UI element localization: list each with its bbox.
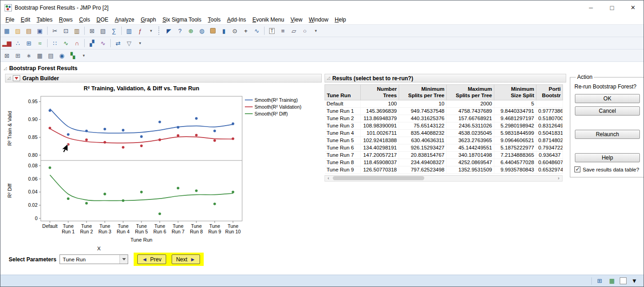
menu-tools[interactable]: Tools — [205, 16, 224, 24]
cursor-tool-icon[interactable]: ◤ — [164, 26, 174, 36]
table-cell[interactable]: 1352.9531509 — [447, 166, 494, 173]
data-point[interactable] — [232, 138, 234, 140]
paste-special-icon[interactable]: ▧ — [98, 26, 108, 36]
data-point[interactable] — [103, 141, 106, 144]
ok-button[interactable]: OK — [575, 94, 640, 103]
table-cell[interactable]: 118.45908037 — [361, 159, 399, 166]
table-cell[interactable]: 145.3696839 — [361, 107, 399, 115]
toolbar-overflow-icon[interactable]: ▾ — [146, 26, 156, 36]
profiler-icon[interactable]: ∿ — [98, 38, 108, 48]
copy-icon[interactable]: ⊡ — [61, 26, 71, 36]
data-point[interactable] — [103, 193, 106, 195]
grid-layout-icon[interactable]: ▦ — [35, 50, 45, 61]
lasso-tool-icon[interactable]: ∿ — [252, 26, 262, 36]
data-point[interactable] — [85, 202, 88, 204]
data-point[interactable] — [85, 138, 88, 141]
table-cell[interactable]: 0.6048607 — [536, 159, 563, 166]
data-point[interactable] — [195, 117, 198, 120]
results-column-header[interactable]: Porti Bootstr — [536, 85, 563, 100]
menu-file[interactable]: File — [2, 16, 17, 24]
table-cell[interactable]: 0.7934722 — [536, 144, 563, 151]
data-point[interactable] — [213, 130, 216, 132]
menu-cols[interactable]: Cols — [76, 16, 93, 24]
relaunch-button[interactable]: Relaunch — [575, 130, 640, 139]
menu-edit[interactable]: Edit — [17, 16, 33, 24]
table-cell[interactable]: 797.62523498 — [399, 166, 447, 173]
menu-graph[interactable]: Graph — [138, 16, 159, 24]
table-cell[interactable]: 926.15293427 — [399, 144, 447, 151]
fit-model-icon[interactable]: ≈ — [35, 38, 45, 48]
table-row[interactable]: Tune Run 7147.2005721720.838154767340.18… — [325, 151, 563, 159]
fit-y-by-x-icon[interactable]: ∴ — [13, 38, 23, 48]
close-button[interactable] — [622, 0, 644, 15]
data-point[interactable] — [158, 138, 161, 141]
globe-tool-icon[interactable]: ◍ — [197, 26, 207, 36]
menu-doe[interactable]: DOE — [93, 16, 112, 24]
save-results-checkbox[interactable] — [574, 166, 580, 172]
cancel-button[interactable]: Cancel — [575, 106, 640, 116]
table-cell[interactable]: Tune Run 4 — [325, 129, 361, 137]
results-column-header[interactable]: Minimum Size Split — [494, 85, 536, 100]
next-button[interactable]: Next — [172, 254, 200, 264]
table-cell[interactable]: 9.0964606521 — [494, 137, 536, 144]
paste-icon[interactable]: ▥ — [72, 26, 82, 36]
crosshair-tool-icon[interactable]: ⊕ — [186, 26, 196, 36]
toolbar-overflow-icon[interactable]: ▾ — [79, 50, 89, 61]
control-chart-icon[interactable]: ∿ — [61, 38, 71, 48]
new-data-table-icon[interactable]: ▦ — [2, 26, 12, 36]
new-window-icon[interactable]: ⊠ — [2, 50, 12, 61]
menu-six-sigma-tools[interactable]: Six Sigma Tools — [159, 16, 205, 24]
table-cell[interactable]: 3623.2763965 — [447, 137, 494, 144]
results-column-header[interactable]: Maximum Splits per Tree — [447, 85, 494, 100]
save-icon[interactable]: ▣ — [35, 26, 45, 36]
data-point[interactable] — [122, 199, 124, 202]
table-cell[interactable]: 0.8714802 — [536, 137, 563, 144]
table-row[interactable]: Tune Run 4101.0026711835.440882324538.02… — [325, 129, 563, 137]
help-tool-icon[interactable]: ? — [175, 26, 185, 36]
table-cell[interactable]: 0.936437 — [536, 151, 563, 159]
table-cell[interactable]: 157.66768921 — [447, 115, 494, 122]
menu-window[interactable]: Window — [306, 16, 332, 24]
color-well[interactable] — [620, 277, 627, 284]
table-cell[interactable]: 5.2980198942 — [494, 122, 536, 129]
quality-icon[interactable]: ∩ — [72, 38, 82, 48]
disclosure-triangle[interactable] — [7, 76, 11, 80]
data-filter-icon[interactable]: ▽ — [124, 38, 134, 48]
scroll-left-arrow-icon[interactable] — [325, 176, 332, 181]
table-cell[interactable]: 0.5041831 — [536, 129, 563, 137]
table-cell[interactable]: 101.0026711 — [361, 129, 399, 137]
table-cell[interactable]: Tune Run 7 — [325, 151, 361, 159]
table-cell[interactable]: 4758.7437689 — [447, 107, 494, 115]
results-column-header[interactable]: Minimum Splits per Tree — [399, 85, 447, 100]
chevron-down-icon[interactable] — [119, 255, 128, 264]
oval-annotation-icon[interactable]: ○ — [300, 26, 310, 36]
table-cell[interactable]: 45.144249551 — [447, 144, 494, 151]
data-point[interactable] — [49, 109, 51, 112]
tabulate-icon[interactable]: ⊞ — [24, 38, 34, 48]
data-point[interactable] — [232, 122, 234, 125]
dropdown-caret-icon[interactable]: ▼ — [630, 277, 639, 285]
table-cell[interactable]: 4252.0869547 — [447, 159, 494, 166]
data-point[interactable] — [140, 144, 143, 147]
data-point[interactable] — [177, 126, 179, 129]
table-cell[interactable]: Tune Run 5 — [325, 137, 361, 144]
table-row[interactable]: Tune Run 8118.45908037234.494083274252.0… — [325, 159, 563, 166]
columns-icon[interactable]: ▥ — [124, 26, 134, 36]
table-cell[interactable]: 5.9831844599 — [494, 129, 536, 137]
data-point[interactable] — [195, 134, 198, 137]
table-cell[interactable]: 75.65143122 — [399, 122, 447, 129]
table-cell[interactable]: Tune Run 9 — [325, 166, 361, 173]
data-point[interactable] — [67, 197, 70, 200]
menu-view[interactable]: View — [287, 16, 306, 24]
table-cell[interactable]: 9.4681297197 — [494, 115, 536, 122]
scrollbar-thumb[interactable] — [333, 176, 424, 180]
toolbar-overflow-icon[interactable]: ▾ — [135, 38, 145, 48]
data-point[interactable] — [158, 121, 161, 123]
table-cell[interactable]: Tune Run 2 — [325, 115, 361, 122]
graph-builder-chart[interactable]: R² Training, Validation, & Diff vs. Tune… — [5, 83, 319, 245]
minimize-button[interactable] — [580, 0, 601, 15]
interactive-html-icon[interactable]: ◉ — [57, 50, 67, 61]
formula-icon[interactable]: ƒ — [135, 26, 145, 36]
menu-add-ins[interactable]: Add-Ins — [224, 16, 249, 24]
distribution-icon[interactable]: ▂▆ — [2, 38, 12, 48]
